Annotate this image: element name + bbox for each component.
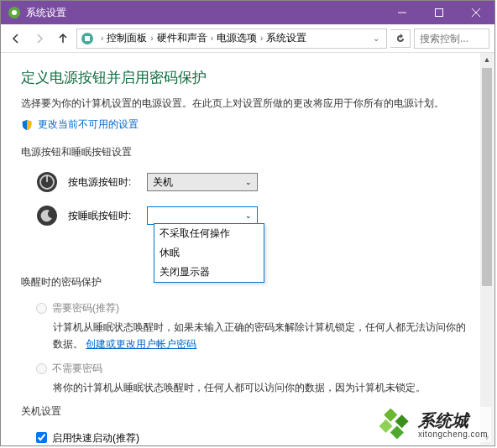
require-password-label: 需要密码(推荐) <box>52 301 119 315</box>
require-password-radio[interactable] <box>36 303 47 314</box>
breadcrumb[interactable]: › 控制面板 › 硬件和声音 › 电源选项 › 系统设置 ⌄ <box>76 29 387 49</box>
scroll-up-arrow[interactable]: ▲ <box>480 53 494 66</box>
search-input[interactable] <box>414 29 489 49</box>
shield-icon <box>21 119 33 131</box>
change-unavailable-link[interactable]: 更改当前不可用的设置 <box>38 117 139 132</box>
watermark-url: xitongcheng.com <box>418 430 488 439</box>
sleep-button-select[interactable]: ⌄ <box>147 206 258 225</box>
sleep-button-label: 按睡眠按钮时: <box>68 209 137 223</box>
fast-startup-label: 启用快速启动(推荐) <box>52 430 139 445</box>
power-button-value: 关机 <box>153 175 173 190</box>
svg-point-1 <box>12 10 17 15</box>
page-description: 选择要为你的计算机设置的电源设置。在此页上对设置所做的更改将应用于你所有的电源计… <box>21 96 474 111</box>
app-icon <box>8 6 21 19</box>
sleep-icon <box>36 205 58 227</box>
power-button-label: 按电源按钮时: <box>68 175 137 190</box>
chevron-down-icon: ⌄ <box>245 211 252 220</box>
require-password-desc: 计算机从睡眠状态唤醒时，如果未输入正确的密码来解除计算机锁定，任何人都无法访问你… <box>21 319 474 353</box>
maximize-button[interactable] <box>421 1 458 24</box>
control-panel-icon <box>81 32 94 45</box>
scrollbar-thumb[interactable] <box>482 68 492 286</box>
minimize-button[interactable] <box>384 1 421 24</box>
back-button[interactable] <box>6 29 26 49</box>
no-password-desc: 将你的计算机从睡眠状态唤醒时，任何人都可以访问你的数据，因为计算机未锁定。 <box>21 379 474 396</box>
breadcrumb-item[interactable]: 电源选项 <box>217 31 257 45</box>
forward-button[interactable] <box>29 29 50 49</box>
refresh-button[interactable] <box>390 29 411 48</box>
dropdown-option[interactable]: 不采取任何操作 <box>154 224 264 243</box>
breadcrumb-item[interactable]: 控制面板 <box>107 31 147 45</box>
power-icon <box>36 171 58 193</box>
sleep-dropdown[interactable]: 不采取任何操作 休眠 关闭显示器 <box>154 223 264 283</box>
watermark-logo-icon <box>379 409 411 440</box>
close-button[interactable] <box>458 1 494 24</box>
watermark-title: 系统城 <box>418 411 488 430</box>
chevron-down-icon[interactable]: ⌄ <box>373 34 379 43</box>
no-password-label: 不需要密码 <box>52 362 102 376</box>
buttons-section-title: 电源按钮和睡眠按钮设置 <box>21 145 474 159</box>
fast-startup-checkbox[interactable] <box>36 432 47 443</box>
chevron-right-icon: › <box>150 34 153 43</box>
vertical-scrollbar[interactable]: ▲ ▼ <box>480 53 494 445</box>
chevron-right-icon: › <box>101 34 103 43</box>
breadcrumb-item[interactable]: 硬件和声音 <box>157 31 207 45</box>
watermark: 系统城 xitongcheng.com <box>376 407 491 442</box>
svg-rect-3 <box>436 9 443 17</box>
dropdown-option[interactable]: 关闭显示器 <box>154 263 264 282</box>
chevron-down-icon: ⌄ <box>245 178 252 186</box>
create-password-link[interactable]: 创建或更改用户帐户密码 <box>86 338 196 350</box>
title-bar: 系统设置 <box>1 1 494 24</box>
no-password-radio[interactable] <box>36 363 47 374</box>
breadcrumb-item[interactable]: 系统设置 <box>266 31 306 45</box>
up-button[interactable] <box>53 29 73 49</box>
chevron-right-icon: › <box>211 34 213 43</box>
power-button-select[interactable]: 关机 ⌄ <box>147 173 258 191</box>
window-title: 系统设置 <box>26 6 384 20</box>
nav-bar: › 控制面板 › 硬件和声音 › 电源选项 › 系统设置 ⌄ <box>1 24 494 53</box>
svg-rect-7 <box>85 36 90 41</box>
content-area: 定义电源按钮并启用密码保护 选择要为你的计算机设置的电源设置。在此页上对设置所做… <box>1 53 494 445</box>
page-heading: 定义电源按钮并启用密码保护 <box>21 68 474 87</box>
chevron-right-icon: › <box>260 34 263 43</box>
dropdown-option[interactable]: 休眠 <box>154 243 264 263</box>
